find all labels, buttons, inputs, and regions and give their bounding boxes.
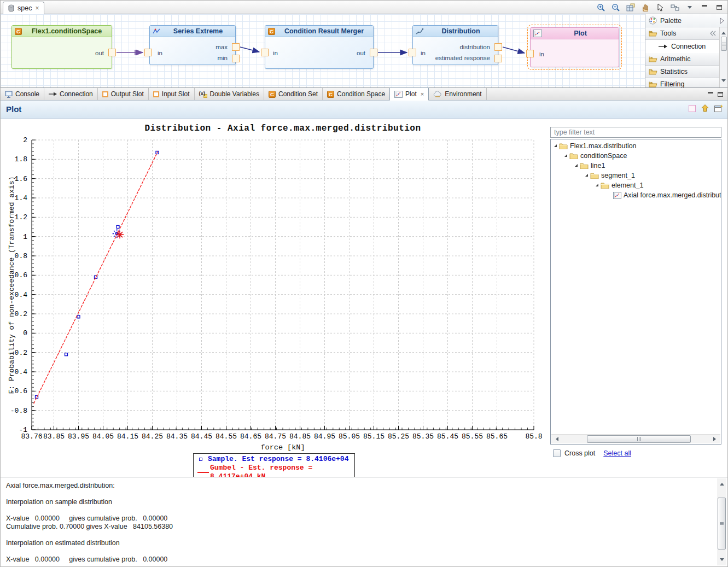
tree-box: Flex1.max.distributionconditionSpaceline… <box>550 139 721 445</box>
block-flex1-conditionspace[interactable]: C Flex1.conditionSpace out <box>11 25 112 69</box>
tree-item[interactable]: Axial force.max.merged.distributi <box>551 190 721 200</box>
editor-tab-spec[interactable]: spec × <box>3 2 44 14</box>
port-distribution-distribution[interactable] <box>494 43 502 51</box>
palette-header[interactable]: Palette <box>645 14 727 27</box>
hand-tool-icon[interactable] <box>640 3 650 13</box>
tab-connection[interactable]: Connection <box>44 88 98 100</box>
close-icon[interactable]: × <box>421 91 424 97</box>
tab-label: Connection <box>60 90 93 98</box>
svg-text:85.45: 85.45 <box>437 432 458 441</box>
scroll-up-icon[interactable] <box>720 481 724 486</box>
tab-condition-set[interactable]: C Condition Set <box>264 88 323 100</box>
expand-arrow-icon[interactable] <box>596 184 598 186</box>
port-merger-in[interactable] <box>261 49 269 56</box>
zoom-out-icon[interactable] <box>611 3 621 13</box>
maximize-view-icon[interactable] <box>718 92 723 97</box>
tab-label: Condition Space <box>337 90 385 98</box>
select-cursor-icon[interactable] <box>655 3 665 13</box>
maximize-icon[interactable] <box>714 3 724 13</box>
port-distribution-estimated-response[interactable] <box>494 55 502 62</box>
distribution-tree-panel: Flex1.max.distributionconditionSpaceline… <box>550 119 721 477</box>
palette-group-statistics[interactable]: Statistics <box>645 66 719 78</box>
tab-output-slot[interactable]: Output Slot <box>98 88 149 100</box>
tab-plot[interactable]: Plot × <box>389 87 429 101</box>
scroll-down-icon[interactable] <box>721 79 726 84</box>
tree-item[interactable]: line1 <box>551 161 721 171</box>
port-series-in[interactable] <box>144 49 152 56</box>
scroll-up-icon[interactable] <box>721 30 726 34</box>
view-menu-chevron-icon[interactable] <box>685 3 695 13</box>
scrollbar-thumb[interactable] <box>721 37 727 51</box>
legend-label: Sample. Est response = 8.4106e+04 <box>208 455 348 464</box>
svg-text:83.95: 83.95 <box>68 432 89 441</box>
filter-input[interactable] <box>550 127 721 138</box>
port-merger-out[interactable] <box>370 49 377 56</box>
select-all-link[interactable]: Select all <box>603 449 631 457</box>
minimize-icon[interactable] <box>700 3 709 13</box>
minimize-view-icon[interactable] <box>708 92 713 93</box>
svg-text:84.35: 84.35 <box>166 432 188 441</box>
palette-scrollbar[interactable] <box>719 27 727 87</box>
palette-group-label: Statistics <box>660 68 716 75</box>
palette-group-aritmethic[interactable]: Aritmethic <box>645 53 719 66</box>
svg-text:1.2: 1.2 <box>15 213 27 221</box>
collapse-arrow-icon[interactable] <box>720 17 724 24</box>
block-condition-result-merger[interactable]: C Condition Result Merger in out <box>265 25 374 69</box>
tab-condition-space[interactable]: C Condition Space <box>323 88 390 100</box>
port-flex-out[interactable] <box>108 49 116 56</box>
svg-text:85.35: 85.35 <box>412 432 434 441</box>
folder-icon <box>649 56 657 62</box>
plot-icon <box>533 30 542 37</box>
palette-group-tools[interactable]: Tools <box>645 27 719 40</box>
tree-item[interactable]: Flex1.max.distribution <box>551 141 721 151</box>
palette-group-filtering[interactable]: Filtering <box>645 78 719 87</box>
scroll-right-icon[interactable] <box>711 435 720 444</box>
tree-horizontal-scrollbar[interactable] <box>551 434 720 443</box>
block-distribution[interactable]: Distribution in distribution estimated r… <box>412 25 498 65</box>
expand-arrow-icon[interactable] <box>575 164 578 167</box>
zoom-in-icon[interactable] <box>596 3 606 13</box>
close-icon[interactable]: × <box>35 4 39 12</box>
tab-label: Condition Set <box>278 90 318 98</box>
output-line: X-value 0.00000 gives cumulative prob. 0… <box>6 515 711 523</box>
svg-text:85.25: 85.25 <box>388 432 409 441</box>
up-arrow-icon[interactable] <box>701 104 709 112</box>
view-title: Plot <box>6 104 21 114</box>
svg-text:0.2: 0.2 <box>15 310 27 318</box>
output-slot-icon <box>102 91 108 97</box>
block-plot[interactable]: Plot in <box>530 27 619 67</box>
output-vertical-scrollbar[interactable] <box>717 478 726 565</box>
tree-item-label: element_1 <box>611 182 643 189</box>
scrollbar-thumb[interactable] <box>718 498 726 550</box>
tab-environment[interactable]: Environment <box>429 88 486 100</box>
svg-text:2: 2 <box>23 136 27 144</box>
cross-plot-checkbox[interactable] <box>553 449 561 457</box>
port-plot-in[interactable] <box>526 50 534 57</box>
diagram-nodes-icon[interactable] <box>670 3 680 13</box>
output-line <box>6 506 711 515</box>
new-view-icon[interactable] <box>714 104 723 112</box>
properties-grid-icon[interactable] <box>626 3 636 13</box>
port-distribution-in[interactable] <box>409 49 416 56</box>
marquee-zoom-icon[interactable] <box>689 105 696 112</box>
palette-item-connection[interactable]: Connection <box>645 40 719 53</box>
scroll-down-icon[interactable] <box>720 558 724 563</box>
environment-cloud-icon <box>433 91 442 97</box>
expand-arrow-icon[interactable] <box>585 174 588 177</box>
tree-item[interactable]: element_1 <box>551 180 721 190</box>
tree-item[interactable]: segment_1 <box>551 171 721 180</box>
port-series-max[interactable] <box>232 43 240 51</box>
diagram-canvas[interactable]: C Flex1.conditionSpace out Series Extrem… <box>1 14 727 87</box>
tree-item[interactable]: conditionSpace <box>551 151 721 161</box>
scrollbar-thumb[interactable] <box>587 435 691 443</box>
scroll-left-icon[interactable] <box>551 435 561 444</box>
tab-double-variables[interactable]: (x) Double Variables <box>195 88 265 100</box>
tab-console[interactable]: Console <box>1 88 44 100</box>
pin-layout-icon[interactable] <box>710 31 716 36</box>
palette-item-label: Connection <box>671 43 706 50</box>
block-series-extreme[interactable]: Series Extreme in max min <box>149 25 236 65</box>
expand-arrow-icon[interactable] <box>564 154 567 157</box>
tab-input-slot[interactable]: Input Slot <box>149 88 195 100</box>
expand-arrow-icon[interactable] <box>554 144 557 147</box>
port-series-min[interactable] <box>232 55 240 62</box>
